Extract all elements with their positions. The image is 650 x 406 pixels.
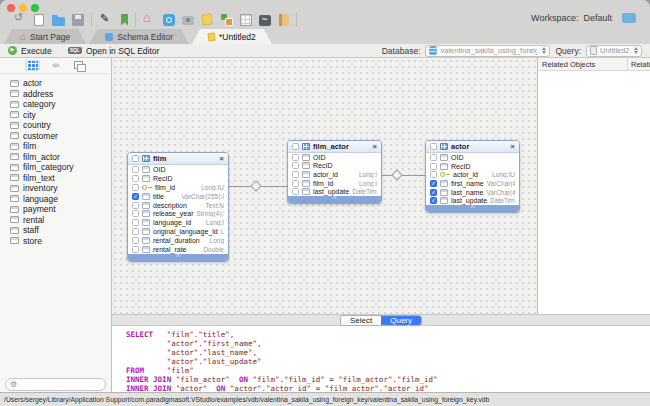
tab-start-page[interactable]: Start Page bbox=[4, 29, 86, 44]
table-box-actor[interactable]: actor×OIDRecIDactor_idLong:IU✓first_name… bbox=[425, 140, 520, 213]
field-row-recid[interactable]: RecID bbox=[128, 174, 228, 183]
sidebar-tab-tables[interactable] bbox=[25, 60, 40, 71]
table-checkbox[interactable] bbox=[132, 155, 139, 162]
home-icon[interactable] bbox=[143, 13, 156, 26]
field-checkbox[interactable] bbox=[132, 219, 139, 226]
sidebar-tab-links[interactable]: ∞ bbox=[51, 60, 61, 71]
field-checkbox[interactable] bbox=[292, 171, 299, 178]
sidebar-item-category[interactable]: category bbox=[0, 99, 111, 110]
sidebar-item-film-text[interactable]: film_text bbox=[0, 173, 111, 184]
field-checkbox[interactable]: ✓ bbox=[132, 193, 139, 200]
database-select-stepper[interactable] bbox=[542, 47, 546, 54]
grid-icon[interactable] bbox=[240, 14, 252, 26]
database-select[interactable]: valentina_sakila_using_foreign_key bbox=[425, 45, 550, 57]
field-row-actor-id[interactable]: actor_idLong:IU bbox=[426, 170, 519, 179]
book-icon[interactable] bbox=[279, 14, 289, 26]
query-select[interactable]: Untitled2 bbox=[586, 45, 642, 57]
relation-diamond-icon[interactable] bbox=[391, 169, 402, 180]
table-checkbox[interactable] bbox=[430, 143, 437, 150]
terminal-icon[interactable] bbox=[259, 15, 271, 26]
save-icon[interactable] bbox=[72, 14, 84, 26]
sidebar-item-payment[interactable]: payment bbox=[0, 204, 111, 215]
pen-icon[interactable] bbox=[99, 13, 112, 26]
field-checkbox[interactable] bbox=[292, 162, 299, 169]
field-checkbox[interactable] bbox=[132, 210, 139, 217]
open-folder-icon[interactable] bbox=[52, 17, 65, 26]
sidebar-item-inventory[interactable]: inventory bbox=[0, 183, 111, 194]
field-row-film-id[interactable]: film_idLong:I bbox=[288, 179, 381, 188]
table-header-film-actor[interactable]: film_actor× bbox=[288, 141, 381, 153]
sidebar-tab-views[interactable] bbox=[72, 60, 86, 71]
collapse-bar[interactable]: ^ bbox=[288, 196, 381, 203]
diagram-canvas[interactable]: film×OIDRecIDfilm_idLong:IU✓titleVarChar… bbox=[112, 58, 537, 314]
field-checkbox[interactable]: ✓ bbox=[430, 197, 437, 204]
table-header-film[interactable]: film× bbox=[128, 153, 228, 165]
sidebar-item-store[interactable]: store bbox=[0, 236, 111, 247]
field-checkbox[interactable] bbox=[430, 171, 437, 178]
field-row-film-id[interactable]: film_idLong:IU bbox=[128, 183, 228, 192]
sidebar-item-film-actor[interactable]: film_actor bbox=[0, 152, 111, 163]
note-icon[interactable] bbox=[201, 13, 212, 25]
tab-untitled2[interactable]: *Untitled2 bbox=[192, 29, 272, 44]
field-row-original-language-id[interactable]: original_language_idLo.. bbox=[128, 227, 228, 236]
undo-icon[interactable] bbox=[13, 13, 26, 26]
field-row-language-id[interactable]: language_idLong:I bbox=[128, 218, 228, 227]
sidebar-item-actor[interactable]: actor bbox=[0, 78, 111, 89]
field-checkbox[interactable] bbox=[132, 202, 139, 209]
workspace-value[interactable]: Default bbox=[583, 13, 612, 23]
sidebar-item-customer[interactable]: customer bbox=[0, 131, 111, 142]
field-row-first-name[interactable]: ✓first_nameVarChar(45) bbox=[426, 179, 519, 188]
field-row-rental-duration[interactable]: rental_durationLong bbox=[128, 236, 228, 245]
field-row-title[interactable]: ✓titleVarChar(255):I bbox=[128, 192, 228, 201]
field-checkbox[interactable]: ✓ bbox=[430, 180, 437, 187]
bottom-tab-query[interactable]: Query bbox=[381, 316, 421, 325]
open-in-sql-editor-button[interactable]: SQL Open in SQL Editor bbox=[68, 46, 160, 56]
group-icon[interactable] bbox=[220, 13, 233, 26]
field-checkbox[interactable] bbox=[132, 166, 139, 173]
feedback-chat-icon[interactable] bbox=[622, 13, 636, 23]
tab-schema-editor[interactable]: Schema Editor bbox=[89, 29, 189, 44]
field-checkbox[interactable] bbox=[132, 237, 139, 244]
field-checkbox[interactable] bbox=[292, 154, 299, 161]
field-checkbox[interactable] bbox=[430, 154, 437, 161]
table-box-film[interactable]: film×OIDRecIDfilm_idLong:IU✓titleVarChar… bbox=[127, 152, 229, 262]
close-icon[interactable]: × bbox=[372, 143, 377, 151]
field-row-last-name[interactable]: ✓last_nameVarChar(45):I bbox=[426, 188, 519, 197]
bookmark-icon[interactable] bbox=[121, 14, 128, 26]
field-row-recid[interactable]: RecID bbox=[426, 162, 519, 171]
table-checkbox[interactable] bbox=[292, 143, 299, 150]
field-row-oid[interactable]: OID bbox=[426, 153, 519, 162]
field-row-oid[interactable]: OID bbox=[128, 165, 228, 174]
query-select-stepper[interactable] bbox=[634, 47, 638, 54]
collapse-bar[interactable]: ^ bbox=[426, 205, 519, 212]
search-icon[interactable] bbox=[163, 14, 175, 26]
sql-editor-pane[interactable]: SELECT "film"."title", "actor"."first_na… bbox=[112, 326, 650, 392]
field-checkbox[interactable] bbox=[292, 188, 299, 195]
field-checkbox[interactable] bbox=[132, 184, 139, 191]
field-checkbox[interactable] bbox=[292, 180, 299, 187]
sidebar-item-language[interactable]: language bbox=[0, 194, 111, 205]
field-row-actor-id[interactable]: actor_idLong:I bbox=[288, 170, 381, 179]
sidebar-item-film-category[interactable]: film_category bbox=[0, 162, 111, 173]
field-checkbox[interactable]: ✓ bbox=[430, 189, 437, 196]
sidebar-item-film[interactable]: film bbox=[0, 141, 111, 152]
table-box-film-actor[interactable]: film_actor×OIDRecIDactor_idLong:Ifilm_id… bbox=[287, 140, 382, 204]
zoom-window-button[interactable] bbox=[31, 4, 39, 12]
sidebar-item-staff[interactable]: staff bbox=[0, 225, 111, 236]
sidebar-item-rental[interactable]: rental bbox=[0, 215, 111, 226]
field-checkbox[interactable] bbox=[132, 175, 139, 182]
close-icon[interactable]: × bbox=[219, 155, 224, 163]
field-row-release-year[interactable]: release_yearString(4):N bbox=[128, 210, 228, 219]
close-icon[interactable]: × bbox=[510, 143, 515, 151]
table-header-actor[interactable]: actor× bbox=[426, 141, 519, 153]
sidebar-filter-field[interactable]: ⚙ bbox=[5, 378, 106, 391]
field-row-recid[interactable]: RecID bbox=[288, 162, 381, 171]
new-file-icon[interactable] bbox=[34, 14, 44, 26]
field-checkbox[interactable] bbox=[132, 246, 139, 253]
camera-icon[interactable] bbox=[182, 16, 194, 25]
execute-button[interactable]: Execute bbox=[8, 46, 52, 56]
bottom-tab-select[interactable]: Select bbox=[341, 316, 381, 325]
field-checkbox[interactable] bbox=[132, 228, 139, 235]
workspace-selector[interactable]: Workspace: Default bbox=[531, 13, 612, 23]
field-checkbox[interactable] bbox=[430, 163, 437, 170]
